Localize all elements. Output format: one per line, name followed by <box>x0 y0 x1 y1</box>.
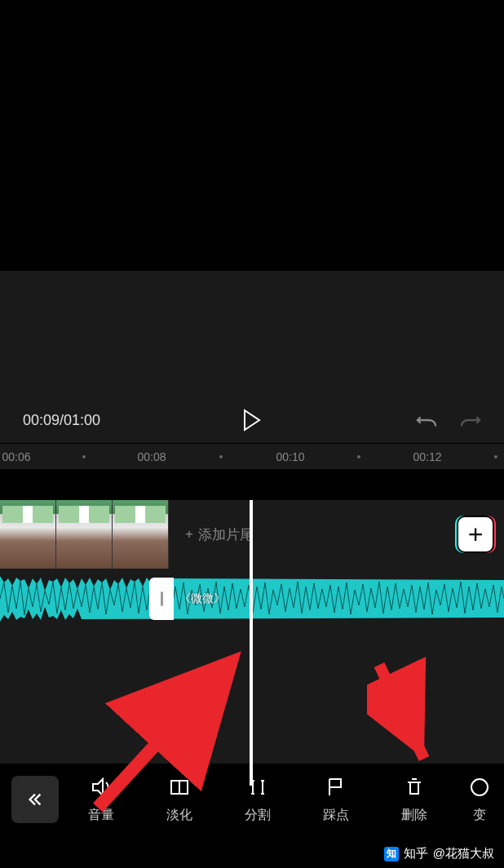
tool-label: 删除 <box>401 807 427 824</box>
preview-letterbox <box>0 271 504 397</box>
svg-point-5 <box>471 779 488 795</box>
add-ending-label: 添加片尾 <box>198 525 254 544</box>
timecode-display: 00:09/01:00 <box>23 412 100 429</box>
timeline-area[interactable]: + 添加片尾 + 《微微》 <box>0 500 504 794</box>
playback-controls: 00:09/01:00 <box>0 397 504 443</box>
ruler-time: 00:08 <box>137 450 166 463</box>
back-button[interactable] <box>11 776 59 823</box>
ruler-time: 00:10 <box>276 450 304 463</box>
tool-label: 淡化 <box>166 807 192 824</box>
watermark-author: @花猫大叔 <box>433 846 494 861</box>
chevron-double-left-icon <box>26 790 44 808</box>
zhihu-icon: 知 <box>384 847 399 861</box>
ruler-dot: • <box>82 450 86 463</box>
clip-thumbnail <box>56 500 113 569</box>
undo-icon[interactable] <box>416 410 437 431</box>
play-icon <box>242 409 262 432</box>
plus-icon: + <box>185 526 193 542</box>
tool-label: 踩点 <box>323 807 349 824</box>
watermark: 知 知乎 @花猫大叔 <box>384 846 494 861</box>
flag-icon <box>325 776 347 799</box>
tool-label: 音量 <box>88 807 114 824</box>
playhead[interactable] <box>250 500 253 786</box>
plus-icon: + <box>468 521 484 547</box>
delete-button[interactable]: 删除 <box>385 776 444 824</box>
ruler-dot: • <box>494 450 498 463</box>
clip-thumbnail <box>0 500 56 569</box>
volume-icon <box>90 776 113 799</box>
play-button[interactable] <box>242 409 262 432</box>
split-button[interactable]: 分割 <box>228 776 287 824</box>
beat-button[interactable]: 踩点 <box>307 776 365 824</box>
audio-clip-handle[interactable] <box>149 578 174 620</box>
trash-icon <box>403 776 426 799</box>
redo-icon[interactable] <box>460 410 481 431</box>
audio-clip-name: 《微微》 <box>179 591 225 606</box>
ruler-dot: • <box>357 450 361 463</box>
tool-label: 分割 <box>245 807 271 824</box>
clip-thumbnail <box>113 500 169 569</box>
video-preview[interactable] <box>0 0 504 271</box>
volume-button[interactable]: 音量 <box>72 776 130 824</box>
ruler-time: 00:12 <box>413 450 441 463</box>
change-icon <box>468 776 491 799</box>
change-button[interactable]: 变 <box>463 776 496 824</box>
ruler-time: 00:06 <box>2 450 30 463</box>
watermark-platform: 知乎 <box>404 846 428 861</box>
timeline-ruler[interactable]: 00:06 • 00:08 • 00:10 • 00:12 • <box>0 443 504 469</box>
fade-icon <box>168 776 191 799</box>
video-clip[interactable] <box>0 500 169 569</box>
add-ending-button[interactable]: + 添加片尾 <box>185 525 254 544</box>
tool-label: 变 <box>473 807 486 824</box>
ruler-dot: • <box>219 450 223 463</box>
add-clip-button[interactable]: + <box>457 516 494 553</box>
fade-button[interactable]: 淡化 <box>150 776 209 824</box>
